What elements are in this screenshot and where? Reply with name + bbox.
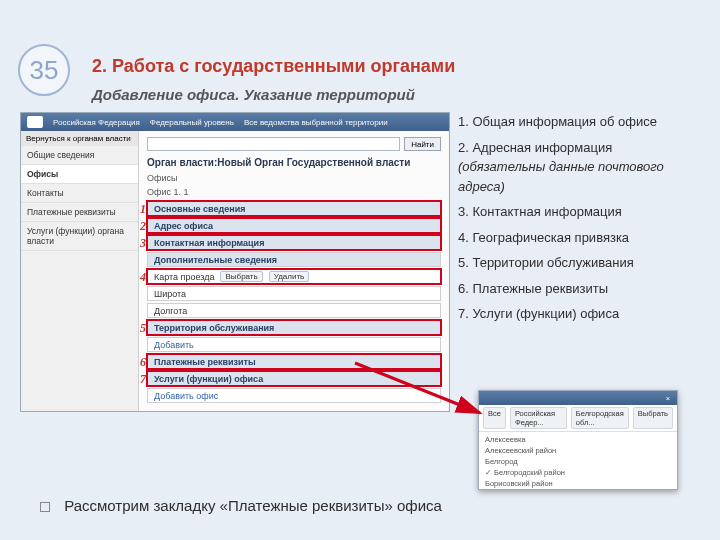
search-button[interactable]: Найти: [404, 137, 441, 151]
popup-item[interactable]: Алексеевка: [485, 434, 671, 445]
territory-popup: × Все Российская Федер... Белгородская о…: [478, 390, 678, 490]
popup-tab-all[interactable]: Все: [483, 407, 506, 429]
annotation-6: 6. Платежные реквизиты: [458, 279, 706, 299]
topbar-crumb-3[interactable]: Все ведомства выбранной территории: [244, 118, 388, 127]
row-payment[interactable]: 6 Платежные реквизиты: [147, 354, 441, 369]
annotation-2: 2. Адресная информация (обязательны данн…: [458, 138, 706, 197]
app-topbar: Российская Федерация Федеральный уровень…: [21, 113, 449, 131]
sidebar-item-payments[interactable]: Платежные реквизиты: [21, 203, 138, 222]
row-add-territory[interactable]: Добавить: [147, 337, 441, 352]
popup-item[interactable]: Борисовский район: [485, 478, 671, 489]
close-icon[interactable]: ×: [663, 394, 673, 403]
popup-item-checked[interactable]: Белгородский район: [485, 467, 671, 478]
annotation-7: 7. Услуги (функции) офиса: [458, 304, 706, 324]
slide-number-badge: 35: [18, 44, 70, 96]
callout-number-3: 3: [132, 236, 146, 251]
map-select-button[interactable]: Выбрать: [220, 271, 262, 282]
popup-list: Алексеевка Алексеевский район Белгород Б…: [479, 432, 677, 489]
row-address[interactable]: 2 Адрес офиса: [147, 218, 441, 233]
sidebar-item-services[interactable]: Услуги (функции) органа власти: [21, 222, 138, 251]
annotation-5: 5. Территории обслуживания: [458, 253, 706, 273]
callout-number-7: 7: [132, 372, 146, 387]
topbar-crumb-2[interactable]: Федеральный уровень: [150, 118, 234, 127]
row-add-office[interactable]: Добавить офис: [147, 388, 441, 403]
popup-titlebar: ×: [479, 391, 677, 405]
row-territory[interactable]: 5 Территория обслуживания: [147, 320, 441, 335]
section-title: 2. Работа с государственными органами: [92, 56, 455, 77]
row-map: 4 Карта проезда Выбрать Удалить: [147, 269, 441, 284]
row-longitude[interactable]: Долгота: [147, 303, 441, 318]
popup-tab-belgorod[interactable]: Белгородская обл...: [571, 407, 629, 429]
row-general-info[interactable]: 1 Основные сведения: [147, 201, 441, 216]
popup-item[interactable]: Алексеевский район: [485, 445, 671, 456]
annotation-3: 3. Контактная информация: [458, 202, 706, 222]
offices-heading: Офисы: [147, 173, 441, 183]
map-delete-button[interactable]: Удалить: [269, 271, 310, 282]
footer-note: Рассмотрим закладку «Платежные реквизиты…: [40, 497, 442, 514]
callout-number-6: 6: [132, 355, 146, 370]
row-contact-info[interactable]: 3 Контактная информация: [147, 235, 441, 250]
annotation-list: 1. Общая информация об офисе 2. Адресная…: [458, 112, 706, 330]
callout-number-4: 4: [132, 270, 146, 285]
app-logo: [27, 116, 43, 128]
bullet-icon: [40, 502, 50, 512]
sidebar-item-general[interactable]: Общие сведения: [21, 146, 138, 165]
main-panel: Найти Орган власти:Новый Орган Государст…: [139, 131, 449, 411]
sidebar-item-contacts[interactable]: Контакты: [21, 184, 138, 203]
popup-item[interactable]: Белгород: [485, 456, 671, 467]
topbar-crumb-1[interactable]: Российская Федерация: [53, 118, 140, 127]
row-office-services[interactable]: 7 Услуги (функции) офиса: [147, 371, 441, 386]
section-subtitle: Добавление офиса. Указание территорий: [92, 86, 415, 103]
sidebar-back-link[interactable]: Вернуться к органам власти: [21, 131, 138, 146]
office-heading: Офис 1. 1: [147, 187, 441, 197]
callout-number-1: 1: [132, 202, 146, 217]
annotation-4: 4. Географическая привязка: [458, 228, 706, 248]
org-title: Орган власти:Новый Орган Государственной…: [147, 157, 441, 168]
popup-select-button[interactable]: Выбрать: [633, 407, 673, 429]
callout-number-2: 2: [132, 219, 146, 234]
callout-number-5: 5: [132, 321, 146, 336]
sidebar-item-offices[interactable]: Офисы: [21, 165, 138, 184]
search-input[interactable]: [147, 137, 400, 151]
sidebar: Вернуться к органам власти Общие сведени…: [21, 131, 139, 411]
row-extra-section[interactable]: Дополнительные сведения: [147, 252, 441, 267]
annotation-1: 1. Общая информация об офисе: [458, 112, 706, 132]
app-screenshot: Российская Федерация Федеральный уровень…: [20, 112, 450, 412]
popup-tab-russia[interactable]: Российская Федер...: [510, 407, 567, 429]
row-latitude[interactable]: Широта: [147, 286, 441, 301]
